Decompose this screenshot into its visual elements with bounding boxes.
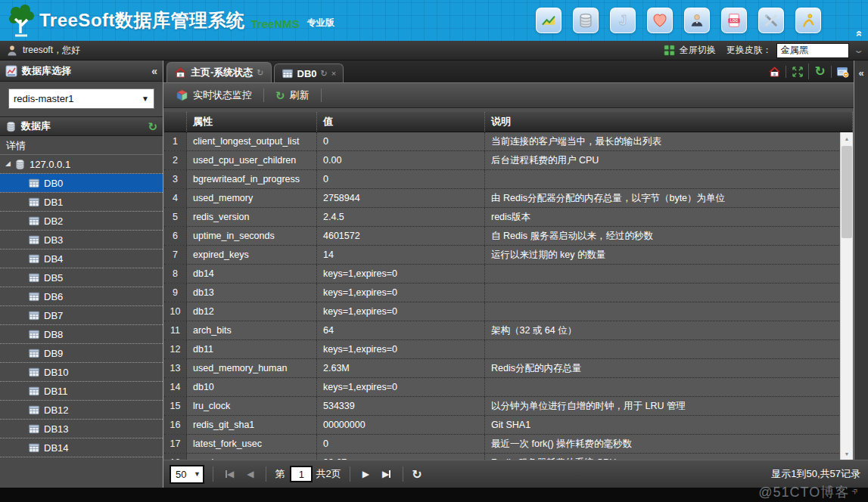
sidebar-item-db2[interactable]: DB2: [0, 212, 163, 231]
tree-node-label: DB14: [44, 442, 69, 454]
sidebar-item-db8[interactable]: DB8: [0, 325, 163, 344]
tab-refresh-icon[interactable]: ↻: [321, 69, 328, 79]
tab-refresh-icon[interactable]: ↻: [257, 68, 263, 78]
expand-button[interactable]: [786, 66, 808, 78]
sidebar-item-db6[interactable]: DB6: [0, 287, 163, 306]
column-header-description[interactable]: 说明: [485, 112, 853, 132]
table-row[interactable]: 18used_cpu_sys93.67Redis 服务器耗费的系统 CPU: [164, 454, 853, 460]
first-page-button[interactable]: ◀: [222, 469, 238, 479]
sidebar-item-db11[interactable]: DB11: [0, 382, 163, 401]
table-row[interactable]: 10db12keys=1,expires=0: [164, 302, 853, 321]
refresh-grid-button[interactable]: ↻ 刷新: [269, 86, 316, 104]
table-icon: [28, 442, 40, 454]
table-row[interactable]: 12db11keys=1,expires=0: [164, 340, 853, 359]
tools-icon[interactable]: [758, 8, 784, 33]
sidebar-item-db9[interactable]: DB9: [0, 344, 163, 363]
cell-attribute: arch_bits: [187, 321, 317, 339]
connection-select-row: redis-master1 ▼: [0, 82, 163, 116]
sidebar-item-db0[interactable]: DB0: [0, 174, 163, 193]
refresh-label: 刷新: [290, 88, 310, 102]
scroll-down-icon[interactable]: ▼: [841, 448, 853, 460]
table-row[interactable]: 4used_memory2758944由 Redis分配器分配的内存总量，以字节…: [164, 189, 853, 208]
panel-layout-button[interactable]: [831, 66, 854, 78]
table-row[interactable]: 7expired_keys14运行以来过期的 key 的数量: [164, 246, 853, 265]
skin-select[interactable]: 金属黑: [776, 43, 849, 58]
connection-select[interactable]: redis-master1 ▼: [8, 88, 154, 109]
sidebar-item-db5[interactable]: DB5: [0, 268, 163, 287]
home-button[interactable]: [763, 66, 786, 78]
scrollbar-thumb[interactable]: [842, 146, 852, 238]
database-icon[interactable]: [573, 8, 599, 33]
chart-icon[interactable]: [536, 8, 562, 33]
sidebar-item-db13[interactable]: DB13: [0, 420, 163, 438]
table-row[interactable]: 15lru_clock534339以分钟为单位进行自增的时钟，用于 LRU 管理: [164, 397, 853, 416]
table-row[interactable]: 5redis_version2.4.5redis版本: [164, 208, 853, 227]
j-letter-icon[interactable]: J: [610, 8, 636, 33]
reload-page-icon[interactable]: ↻: [412, 467, 422, 482]
fullscreen-label[interactable]: 全屏切换: [680, 44, 716, 57]
user-bar: treesoft，您好 全屏切换 更换皮肤： 金属黑 ⌄: [0, 41, 868, 60]
sidebar-item-db1[interactable]: DB1: [0, 193, 163, 212]
person-icon[interactable]: [795, 8, 821, 33]
table-row[interactable]: 2used_cpu_user_children0.00后台进程耗费的用户 CPU: [164, 151, 853, 170]
cell-attribute: db10: [187, 378, 317, 396]
tab-home-system-status[interactable]: 主页-系统状态 ↻: [166, 62, 272, 82]
tree-expand-icon[interactable]: ◢: [5, 160, 11, 167]
table-icon: [28, 234, 40, 246]
table-row[interactable]: 9db13keys=1,expires=0: [164, 284, 853, 302]
cell-description: 以分钟为单位进行自增的时钟，用于 LRU 管理: [485, 397, 853, 415]
chevron-down-icon[interactable]: ⌄: [853, 45, 864, 55]
main-area: 主页-系统状态 ↻ DB0 ↻ × ↻: [163, 60, 868, 488]
table-row[interactable]: 13used_memory_human2.63MRedis分配的内存总量: [164, 359, 853, 378]
fullscreen-icon[interactable]: [664, 45, 675, 56]
sidebar-item-db4[interactable]: DB4: [0, 249, 163, 268]
sidebar-item-db14[interactable]: DB14: [0, 438, 163, 457]
column-header-attribute[interactable]: 属性: [187, 112, 317, 132]
collapse-east-icon[interactable]: «: [858, 67, 863, 79]
sidebar-item-db10[interactable]: DB10: [0, 363, 163, 382]
scroll-up-icon[interactable]: ▲: [841, 132, 853, 144]
table-row[interactable]: 1client_longest_output_list0当前连接的客户端当中，最…: [164, 132, 853, 151]
sidebar-item-db3[interactable]: DB3: [0, 231, 163, 249]
realtime-monitor-label: 实时状态监控: [193, 88, 252, 102]
cell-description: [485, 284, 853, 302]
sidebar-item-db12[interactable]: DB12: [0, 401, 163, 420]
table-row[interactable]: 17latest_fork_usec0最近一次 fork() 操作耗费的毫秒数: [164, 435, 853, 454]
log-icon[interactable]: LOG: [721, 8, 747, 33]
tree-logo-icon: [6, 3, 36, 38]
sidebar-title: 数据库选择: [22, 64, 71, 78]
last-page-button[interactable]: ▶: [378, 469, 394, 479]
tab-close-icon[interactable]: ×: [331, 69, 336, 78]
table-row[interactable]: 3bgrewriteaof_in_progress0: [164, 170, 853, 189]
cell-attribute: client_longest_output_list: [187, 132, 317, 150]
sidebar-item-db7[interactable]: DB7: [0, 306, 163, 325]
sidebar-header: 数据库选择 «: [0, 60, 163, 82]
tab-db0[interactable]: DB0 ↻ ×: [274, 64, 344, 82]
cell-description: 架构（32 或 64 位）: [485, 321, 853, 339]
database-cylinder-icon: [5, 121, 17, 132]
tab-toolbar: ↻: [763, 64, 854, 80]
collapse-header-icon[interactable]: «: [854, 30, 865, 36]
table-icon: [28, 367, 40, 378]
realtime-monitor-button[interactable]: 实时状态监控: [170, 86, 258, 104]
column-header-value[interactable]: 值: [317, 112, 485, 132]
collapse-sidebar-icon[interactable]: «: [151, 65, 157, 77]
page-number-input[interactable]: [290, 466, 313, 482]
user-icon[interactable]: [684, 8, 710, 33]
table-row[interactable]: 16redis_git_sha100000000Git SHA1: [164, 416, 853, 435]
next-page-button[interactable]: ▶: [359, 469, 373, 479]
cell-description: 后台进程耗费的用户 CPU: [485, 151, 853, 169]
table-row[interactable]: 8db14keys=1,expires=0: [164, 265, 853, 284]
refresh-tree-icon[interactable]: ↻: [148, 121, 157, 132]
tree-root-127001[interactable]: ◢ 127.0.0.1: [0, 155, 163, 174]
refresh-button[interactable]: ↻: [808, 64, 831, 79]
table-row[interactable]: 11arch_bits64架构（32 或 64 位）: [164, 321, 853, 340]
cell-attribute: used_cpu_user_children: [187, 151, 317, 169]
page-size-select[interactable]: 50 ▼: [170, 465, 204, 484]
table-row[interactable]: 14db10keys=1,expires=0: [164, 378, 853, 397]
vertical-scrollbar[interactable]: ▲ ▼: [840, 132, 853, 460]
heart-icon[interactable]: [647, 8, 673, 33]
cell-description: [485, 170, 853, 188]
table-row[interactable]: 6uptime_in_seconds4601572自 Redis 服务器启动以来…: [164, 227, 853, 246]
prev-page-button[interactable]: ◀: [243, 469, 257, 479]
